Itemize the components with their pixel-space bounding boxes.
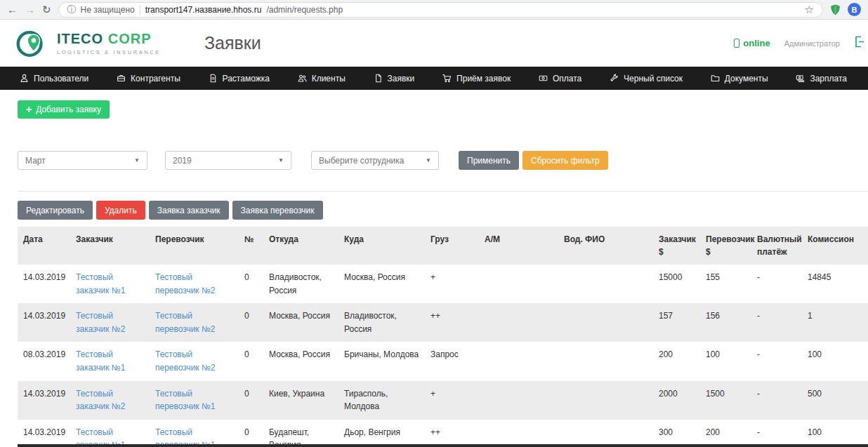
security-label: Не защищено bbox=[81, 5, 135, 15]
table-row[interactable]: 14.03.2019 Тестовый заказчик №1 Тестовый… bbox=[18, 265, 868, 303]
column-header-customer-usd: Заказчик $ bbox=[653, 227, 700, 265]
requests-table-head: Дата Заказчик Перевозчик № Откуда Куда Г… bbox=[18, 227, 868, 265]
nav-item-salary[interactable]: Зарплата bbox=[796, 74, 847, 84]
briefcase-icon bbox=[117, 74, 126, 83]
nav-item-counterparties[interactable]: Контрагенты bbox=[117, 74, 180, 84]
customer-link[interactable]: Тестовый заказчик №2 bbox=[76, 389, 125, 412]
bookmark-star-icon[interactable]: ☆ bbox=[805, 4, 814, 16]
cell-carrier-usd: 200 bbox=[700, 420, 751, 447]
cell-customer: Тестовый заказчик №2 bbox=[70, 303, 150, 342]
info-icon: ⓘ bbox=[67, 4, 77, 16]
cell-cargo: ++ bbox=[425, 303, 479, 342]
main-content: + Добавить заявку Март ▼ 2019 ▼ Выберите… bbox=[0, 90, 868, 447]
adblock-shield-icon[interactable] bbox=[830, 4, 841, 15]
online-label: online bbox=[743, 38, 770, 48]
cell-date: 14.03.2019 bbox=[18, 265, 70, 303]
row-actions-bar: Редактировать Удалить Заявка заказчик За… bbox=[18, 201, 868, 220]
column-header-commission: Комиссион bbox=[802, 227, 868, 265]
customer-link[interactable]: Тестовый заказчик №2 bbox=[76, 311, 125, 334]
apply-filter-button[interactable]: Применить bbox=[459, 151, 519, 170]
month-select[interactable]: Март ▼ bbox=[18, 151, 147, 170]
cell-cargo: Запрос bbox=[425, 342, 479, 380]
nav-item-request-intake[interactable]: Приём заявок bbox=[442, 74, 511, 84]
url-divider bbox=[140, 5, 140, 15]
employee-select[interactable]: Выберите сотрудника ▼ bbox=[311, 151, 439, 170]
cell-number: 0 bbox=[239, 303, 263, 342]
security-chip[interactable]: ⓘ Не защищено bbox=[67, 4, 135, 16]
delete-button[interactable]: Удалить bbox=[96, 201, 145, 220]
nav-item-customs[interactable]: Растаможка bbox=[209, 74, 270, 84]
reset-filter-button[interactable]: Сбросить фильтр bbox=[522, 151, 608, 170]
edit-button[interactable]: Редактировать bbox=[18, 201, 93, 220]
money-icon bbox=[539, 74, 548, 83]
requests-table: Дата Заказчик Перевозчик № Откуда Куда Г… bbox=[18, 227, 868, 447]
cell-commission: 100 bbox=[802, 342, 868, 380]
cell-carrier: Тестовый перевозчик №2 bbox=[150, 342, 239, 380]
carrier-request-button[interactable]: Заявка перевозчик bbox=[232, 201, 323, 220]
nav-item-requests[interactable]: Заявки bbox=[374, 74, 415, 84]
cell-date: 14.03.2019 bbox=[18, 381, 70, 420]
cell-number: 0 bbox=[239, 342, 263, 380]
cell-cargo: + bbox=[425, 265, 479, 303]
nav-item-users[interactable]: Пользователи bbox=[20, 74, 88, 84]
nav-item-payment[interactable]: Оплата bbox=[539, 74, 581, 84]
nav-item-clients[interactable]: Клиенты bbox=[298, 74, 346, 84]
nav-item-label: Заявки bbox=[388, 74, 415, 84]
customer-link[interactable]: Тестовый заказчик №1 bbox=[76, 272, 125, 295]
cell-origin: Владивосток, Россия bbox=[263, 265, 338, 303]
forward-icon[interactable]: → bbox=[25, 4, 35, 15]
cell-customer: Тестовый заказчик №1 bbox=[70, 265, 150, 303]
cell-number: 0 bbox=[239, 420, 263, 447]
column-header-carrier: Перевозчик bbox=[150, 227, 239, 265]
employee-select-value: Выберите сотрудника bbox=[319, 156, 405, 166]
address-bar[interactable]: ⓘ Не защищено transport147.название.hhos… bbox=[58, 2, 823, 18]
folder-icon bbox=[711, 74, 720, 83]
cell-customer-usd: 200 bbox=[653, 342, 700, 380]
reload-icon[interactable]: ↻ bbox=[42, 4, 51, 15]
month-select-value: Март bbox=[25, 156, 46, 166]
phone-icon bbox=[734, 39, 739, 48]
page-title: Заявки bbox=[204, 33, 261, 53]
brand-tagline: LOGISTICS & INSURANCE bbox=[57, 49, 161, 55]
cell-commission: 14845 bbox=[802, 265, 868, 303]
cell-driver bbox=[558, 420, 653, 447]
nav-item-label: Контрагенты bbox=[131, 74, 180, 84]
nav-item-documents[interactable]: Документы bbox=[711, 74, 768, 84]
cell-commission: 1 bbox=[802, 303, 868, 342]
cell-carrier-usd: 155 bbox=[700, 265, 751, 303]
add-request-button[interactable]: + Добавить заявку bbox=[18, 100, 110, 119]
cell-carrier: Тестовый перевозчик №2 bbox=[150, 303, 239, 342]
column-header-currency: Валютный платёж bbox=[751, 227, 802, 265]
nav-item-blacklist[interactable]: Черный список bbox=[610, 74, 683, 84]
table-row[interactable]: 14.03.2019 Тестовый заказчик №2 Тестовый… bbox=[18, 303, 868, 342]
table-row[interactable]: 08.03.2019 Тестовый заказчик №1 Тестовый… bbox=[18, 342, 868, 380]
column-header-carrier-usd: Перевозчик $ bbox=[700, 227, 751, 265]
cell-date: 14.03.2019 bbox=[18, 303, 70, 342]
url-path: /admin/requests.php bbox=[266, 5, 343, 15]
nav-item-label: Оплата bbox=[553, 74, 581, 84]
cell-customer: Тестовый заказчик №1 bbox=[70, 342, 150, 380]
back-icon[interactable]: ← bbox=[7, 4, 18, 15]
cell-vehicle bbox=[479, 265, 558, 303]
nav-item-label: Клиенты bbox=[312, 74, 346, 84]
table-row[interactable]: 14.03.2019 Тестовый заказчик №1 Тестовый… bbox=[18, 420, 868, 447]
carrier-link[interactable]: Тестовый перевозчик №1 bbox=[155, 389, 216, 412]
table-row[interactable]: 14.03.2019 Тестовый заказчик №2 Тестовый… bbox=[18, 381, 868, 420]
cell-driver bbox=[558, 303, 653, 342]
filter-bar: Март ▼ 2019 ▼ Выберите сотрудника ▼ Прим… bbox=[18, 151, 868, 170]
carrier-link[interactable]: Тестовый перевозчик №2 bbox=[155, 349, 216, 373]
carrier-link[interactable]: Тестовый перевозчик №2 bbox=[155, 272, 216, 295]
cell-customer-usd: 15000 bbox=[653, 265, 700, 303]
logout-button[interactable] bbox=[854, 36, 864, 51]
user-role-label: Администратор bbox=[784, 39, 840, 48]
cart-icon bbox=[442, 74, 452, 83]
cell-origin: Москва, Россия bbox=[263, 342, 338, 380]
year-select[interactable]: 2019 ▼ bbox=[165, 151, 291, 170]
carrier-link[interactable]: Тестовый перевозчик №2 bbox=[155, 311, 216, 334]
cell-driver bbox=[558, 342, 653, 380]
cell-driver bbox=[558, 381, 653, 420]
customer-link[interactable]: Тестовый заказчик №1 bbox=[76, 349, 125, 373]
customer-request-button[interactable]: Заявка заказчик bbox=[149, 201, 229, 220]
nav-item-label: Приём заявок bbox=[456, 74, 511, 84]
browser-profile-avatar[interactable]: B bbox=[848, 3, 861, 16]
